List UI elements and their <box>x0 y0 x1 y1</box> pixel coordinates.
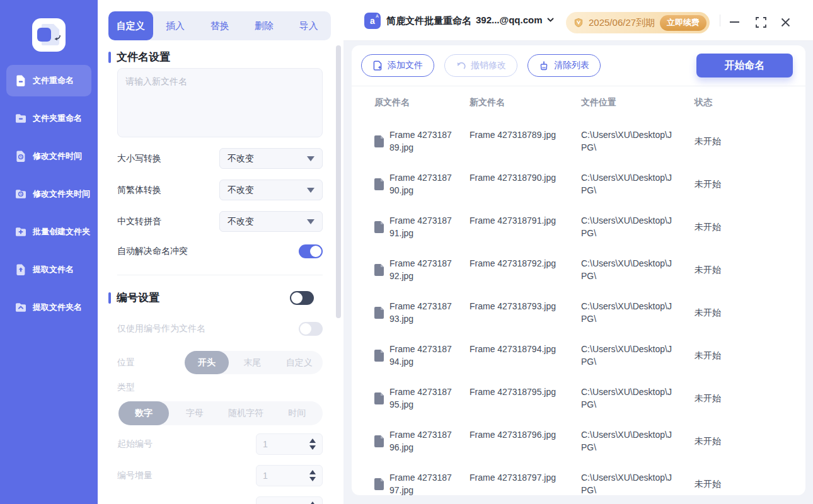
segment-option-时间[interactable]: 时间 <box>272 401 323 425</box>
renew-button[interactable]: 立即续费 <box>660 15 706 31</box>
undo-icon <box>456 60 466 71</box>
vip-icon <box>574 18 584 28</box>
sidebar-item-文件重命名[interactable]: 文件重命名 <box>6 65 91 96</box>
clear-list-button[interactable]: 清除列表 <box>528 54 601 77</box>
sidebar-item-批量创建文件夹[interactable]: 批量创建文件夹 <box>6 216 91 248</box>
auto-resolve-toggle[interactable] <box>299 244 323 258</box>
numbering-section-title: 编号设置 <box>117 290 159 305</box>
document-icon <box>374 178 384 190</box>
document-icon <box>374 264 384 276</box>
select-中文转拼音[interactable]: 不改变 <box>219 211 323 232</box>
table-row[interactable]: Frame 427318796.jpgFrame 427318796.jpgC:… <box>352 420 805 462</box>
table-row[interactable]: Frame 427318794.jpgFrame 427318794.jpgC:… <box>352 334 805 377</box>
segment-option-末尾[interactable]: 末尾 <box>229 351 276 374</box>
stepper-down-icon[interactable] <box>309 477 316 481</box>
stepper-arrows[interactable] <box>309 438 316 450</box>
add-file-icon <box>372 60 383 71</box>
stepper-arrows[interactable] <box>309 470 316 481</box>
increment-row: 编号增量 1 <box>117 465 323 486</box>
tab-自定义[interactable]: 自定义 <box>108 11 153 40</box>
sidebar-item-文件夹重命名[interactable]: 文件夹重命名 <box>6 103 91 134</box>
create-folders-icon <box>14 226 27 238</box>
maximize-icon[interactable] <box>756 17 766 28</box>
type-segmented-control: 数字字母随机字符时间 <box>118 401 323 425</box>
segment-option-开头[interactable]: 开头 <box>185 351 229 374</box>
select-row-中文转拼音: 中文转拼音不改变 <box>117 211 323 232</box>
numbering-toggle[interactable] <box>290 291 314 305</box>
sidebar-item-label: 文件重命名 <box>33 75 74 86</box>
settings-panel: 自定义插入替换删除导入 文件名设置 大小写转换不改变简繁体转换不改变中文转拼音不… <box>98 0 343 504</box>
table-row[interactable]: Frame 427318791.jpgFrame 427318791.jpgC:… <box>352 205 805 248</box>
filename-section-title: 文件名设置 <box>117 50 170 64</box>
chevron-down-icon <box>547 18 554 22</box>
segment-option-字母[interactable]: 字母 <box>169 401 220 425</box>
sidebar-item-提取文件夹名[interactable]: 提取文件夹名 <box>6 292 91 323</box>
cell-original-name: Frame 427318797.jpg <box>389 471 453 495</box>
undo-button[interactable]: 撤销修改 <box>444 54 517 77</box>
extract-filename-icon <box>14 263 27 276</box>
folder-time-icon <box>14 188 27 200</box>
select-大小写转换[interactable]: 不改变 <box>219 148 323 169</box>
app-icon-letter: a <box>370 16 375 26</box>
sidebar-item-label: 提取文件夹名 <box>33 302 82 313</box>
account-dropdown[interactable]: 392...@qq.com <box>476 14 554 25</box>
start-rename-button[interactable]: 开始命名 <box>696 54 793 77</box>
header-location: 文件位置 <box>581 86 616 118</box>
filename-section-header: 文件名设置 <box>108 50 170 64</box>
cell-location: C:\Users\XU\Desktop\JPG\ <box>581 343 676 368</box>
increment-label: 编号增量 <box>117 470 153 481</box>
header-new-name: 新文件名 <box>470 86 505 118</box>
panel-scrollbar[interactable] <box>336 45 341 318</box>
select-label: 大小写转换 <box>117 153 161 164</box>
cell-status: 未开始 <box>695 478 721 490</box>
sidebar-item-修改文件夹时间[interactable]: 修改文件夹时间 <box>6 178 91 210</box>
cell-location: C:\Users\XU\Desktop\JPG\ <box>581 471 676 495</box>
app-icon: a A <box>364 13 381 29</box>
add-files-button[interactable]: 添加文件 <box>361 54 434 77</box>
select-label: 简繁体转换 <box>117 185 161 196</box>
increment-stepper[interactable]: 1 <box>256 465 323 486</box>
segment-option-随机字符[interactable]: 随机字符 <box>220 401 271 425</box>
app-icon-letter-small: A <box>376 14 379 18</box>
cell-original-name: Frame 427318792.jpg <box>389 257 453 282</box>
header-status: 状态 <box>695 86 712 118</box>
sidebar-item-提取文件名[interactable]: 提取文件名 <box>6 254 91 285</box>
segment-option-数字[interactable]: 数字 <box>118 401 169 425</box>
cell-location: C:\Users\XU\Desktop\JPG\ <box>581 428 676 454</box>
tab-导入[interactable]: 导入 <box>286 11 331 40</box>
new-filename-input[interactable] <box>117 68 323 137</box>
select-简繁体转换[interactable]: 不改变 <box>219 180 323 200</box>
table-row[interactable]: Frame 427318797.jpgFrame 427318797.jpgC:… <box>352 462 805 495</box>
stepper-arrows[interactable] <box>309 501 316 504</box>
stepper-up-icon[interactable] <box>309 470 316 474</box>
only-number-row: 仅使用编号作为文件名 <box>117 322 323 336</box>
toggle-knob <box>291 292 303 304</box>
table-row[interactable]: Frame 427318790.jpgFrame 427318790.jpgC:… <box>352 163 805 205</box>
mode-tabs: 自定义插入替换删除导入 <box>108 11 331 40</box>
minimize-icon[interactable] <box>730 21 739 23</box>
start-number-label: 起始编号 <box>117 438 153 450</box>
stepper-up-icon[interactable] <box>309 438 316 443</box>
close-icon[interactable] <box>781 18 790 27</box>
tab-删除[interactable]: 删除 <box>242 11 287 40</box>
stepper-down-icon[interactable] <box>309 445 316 450</box>
numbering-section-header: 编号设置 <box>108 290 314 305</box>
cell-original-name: Frame 427318794.jpg <box>389 343 453 368</box>
tab-替换[interactable]: 替换 <box>197 11 242 40</box>
document-icon <box>374 221 384 233</box>
table-row[interactable]: Frame 427318795.jpgFrame 427318795.jpgC:… <box>352 377 805 420</box>
table-row[interactable]: Frame 427318793.jpgFrame 427318793.jpgC:… <box>352 291 805 334</box>
partial-stepper[interactable] <box>256 496 323 504</box>
tab-插入[interactable]: 插入 <box>153 11 198 40</box>
start-number-stepper[interactable]: 1 <box>256 433 323 455</box>
table-row[interactable]: Frame 427318789.jpgFrame 427318789.jpgC:… <box>352 120 805 163</box>
logo-letter-a <box>37 28 51 42</box>
sidebar-item-修改文件时间[interactable]: 修改文件时间 <box>6 140 91 172</box>
stepper-up-icon[interactable] <box>309 501 316 504</box>
license-expiry-text: 2025/06/27到期 <box>589 17 655 29</box>
table-row[interactable]: Frame 427318792.jpgFrame 427318792.jpgC:… <box>352 248 805 291</box>
only-number-toggle[interactable] <box>299 322 323 336</box>
cell-location: C:\Users\XU\Desktop\JPG\ <box>581 214 676 239</box>
document-icon <box>374 478 384 490</box>
segment-option-自定义[interactable]: 自定义 <box>276 351 323 374</box>
